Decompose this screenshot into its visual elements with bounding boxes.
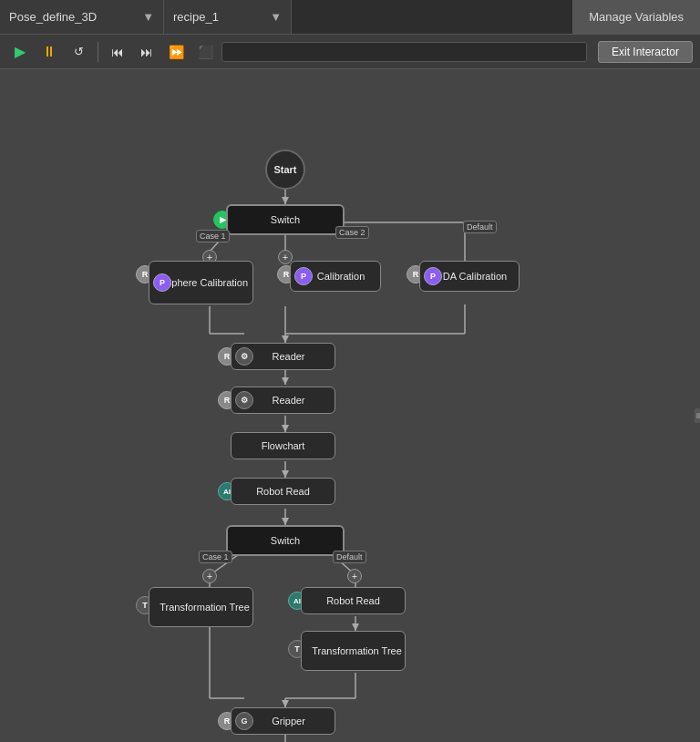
- switch1-container: ▶ Switch: [226, 204, 345, 235]
- pose-dropdown-label: Pose_define_3D: [9, 10, 97, 24]
- sphere-cal-purple-badge: P: [153, 273, 171, 292]
- svg-marker-1: [282, 197, 289, 204]
- exit-interactor-button[interactable]: Exit Interactor: [598, 41, 693, 63]
- case2-label: Case 2: [335, 226, 369, 239]
- manage-variables-button[interactable]: Manage Variables: [572, 0, 700, 34]
- reader2-node[interactable]: ⚙ Reader: [231, 386, 335, 414]
- play-button[interactable]: ▶: [7, 40, 33, 64]
- display-button[interactable]: ⬛: [192, 40, 218, 64]
- search-input[interactable]: [221, 42, 587, 62]
- flowchart-node[interactable]: Flowchart: [231, 432, 335, 459]
- case1b-plus[interactable]: +: [202, 569, 217, 583]
- robot-read1-node[interactable]: Robot Read: [231, 478, 335, 505]
- side-tab: |||: [694, 408, 700, 423]
- start-node[interactable]: Start: [265, 149, 305, 190]
- svg-marker-17: [282, 425, 289, 432]
- gripper-icon-badge: G: [235, 712, 253, 730]
- forward-button[interactable]: ⏩: [163, 40, 189, 64]
- default-label: Default: [463, 221, 497, 233]
- calibration-purple-badge: P: [294, 267, 313, 285]
- trans-tree1-node[interactable]: Transformation Tree: [149, 587, 253, 627]
- dropdown2-arrow: ▼: [270, 10, 282, 24]
- case1-label: Case 1: [196, 230, 230, 242]
- reader1-icon-badge: ⚙: [235, 347, 253, 366]
- sphere-cal-node[interactable]: P Sphere Calibration: [149, 261, 253, 304]
- case1b-label: Case 1: [199, 551, 232, 563]
- robot-read2-node[interactable]: Robot Read: [301, 587, 406, 614]
- reader1-node[interactable]: ⚙ Reader: [231, 343, 335, 370]
- svg-marker-13: [282, 335, 289, 343]
- defaultb-plus[interactable]: +: [347, 569, 362, 583]
- topbar: Pose_define_3D ▼ recipe_1 ▼ Manage Varia…: [0, 0, 700, 35]
- svg-marker-19: [282, 470, 289, 478]
- da-cal-purple-badge: P: [424, 267, 442, 285]
- svg-marker-15: [282, 377, 289, 385]
- defaultb-label: Default: [333, 551, 366, 563]
- step-back-button[interactable]: ⏮: [105, 40, 130, 64]
- toolbar: ▶ ⏸ ↺ ⏮ ⏭ ⏩ ⬛ Exit Interactor: [0, 35, 700, 69]
- fast-forward-button[interactable]: ⏭: [134, 40, 160, 64]
- recipe-dropdown-label: recipe_1: [173, 10, 219, 24]
- reader2-icon-badge: ⚙: [235, 391, 253, 409]
- switch2-container: Switch: [226, 525, 345, 556]
- da-cal-node[interactable]: P DA Calibration: [419, 261, 520, 292]
- gripper-node[interactable]: G Gripper: [231, 707, 335, 735]
- svg-marker-33: [282, 700, 289, 707]
- toolbar-separator: [98, 42, 98, 62]
- switch2-node[interactable]: Switch: [226, 525, 345, 556]
- pause-button[interactable]: ⏸: [36, 40, 62, 64]
- refresh-button[interactable]: ↺: [66, 40, 91, 64]
- flow-canvas: Start ▶ Switch Case 1 Case 2 Default + +…: [0, 69, 700, 742]
- calibration-node[interactable]: P Calibration: [290, 261, 381, 292]
- dropdown1-arrow: ▼: [142, 10, 154, 24]
- recipe-dropdown[interactable]: recipe_1 ▼: [164, 0, 292, 34]
- trans-tree2-node[interactable]: Transformation Tree: [301, 631, 406, 671]
- pose-dropdown[interactable]: Pose_define_3D ▼: [0, 0, 164, 34]
- switch1-node[interactable]: Switch: [226, 204, 345, 235]
- svg-marker-21: [282, 518, 289, 525]
- svg-marker-27: [352, 623, 359, 631]
